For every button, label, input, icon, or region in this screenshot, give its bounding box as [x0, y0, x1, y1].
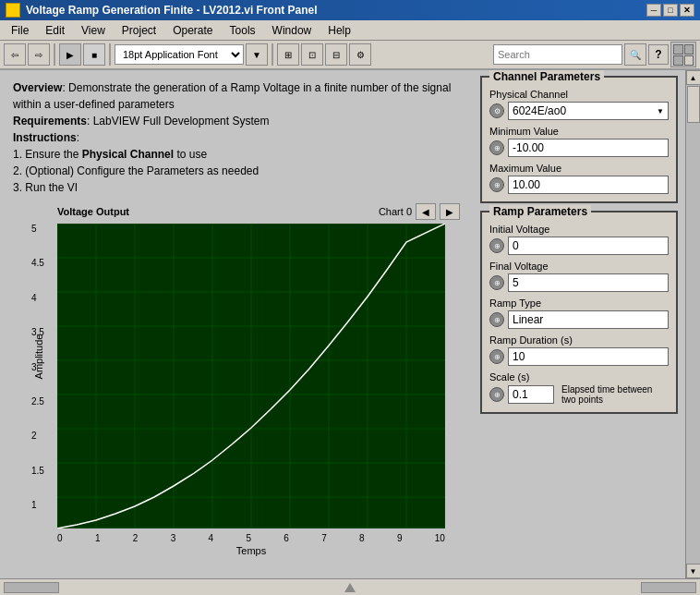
- left-panel: Overview: Demonstrate the generation of …: [0, 70, 473, 578]
- back-button[interactable]: ⇦: [4, 43, 26, 66]
- status-right: [641, 582, 696, 593]
- step3-text: 3. Run the VI: [13, 181, 78, 194]
- final-voltage-label: Final Voltage: [489, 261, 669, 272]
- y-tick-5: 5: [31, 224, 44, 234]
- x-tick-9: 9: [397, 533, 403, 543]
- physical-channel-input-row: ⚙ 6024E/ao0 ▼: [489, 102, 669, 120]
- menu-project[interactable]: Project: [115, 22, 163, 39]
- minimize-button[interactable]: ─: [646, 4, 661, 17]
- menu-file[interactable]: File: [4, 22, 36, 39]
- font-selector[interactable]: 18pt Application Font: [115, 44, 244, 65]
- x-tick-1: 1: [95, 533, 101, 543]
- min-value-label: Minimum Value: [489, 126, 669, 137]
- scroll-up-button[interactable]: ▲: [686, 70, 701, 85]
- scale-input[interactable]: [508, 385, 554, 404]
- chart-label: Chart 0: [379, 206, 412, 217]
- menu-tools[interactable]: Tools: [223, 22, 263, 39]
- tool3-button[interactable]: ⊟: [325, 43, 347, 66]
- grid-cell1: [673, 44, 683, 55]
- ramp-type-row: Ramp Type ⊕: [489, 298, 669, 329]
- physical-channel-icon: ⚙: [489, 103, 504, 118]
- x-tick-0: 0: [57, 533, 63, 543]
- right-panel: Channel Parameters Physical Channel ⚙ 60…: [473, 70, 685, 578]
- maximize-button[interactable]: □: [663, 4, 678, 17]
- grid-row1: [673, 44, 694, 55]
- ramp-params-title: Ramp Parameters: [489, 205, 591, 218]
- y-ticks: 5 4.5 4 3.5 3 2.5 2 1.5 1: [31, 224, 44, 510]
- grid-cell4: [684, 55, 694, 66]
- ramp-duration-row: Ramp Duration (s) ⊕: [489, 334, 669, 366]
- grid-row2: [673, 55, 694, 66]
- x-tick-10: 10: [435, 533, 445, 543]
- status-bar: [0, 578, 700, 595]
- scroll-track: [686, 85, 701, 564]
- y-tick-1: 1: [31, 500, 44, 510]
- menu-bar: File Edit View Project Operate Tools Win…: [0, 20, 700, 41]
- min-value-row: Minimum Value ⊕: [489, 126, 669, 157]
- ramp-type-input[interactable]: [508, 310, 669, 329]
- x-tick-4: 4: [209, 533, 214, 543]
- ramp-duration-input[interactable]: [508, 347, 669, 366]
- app-icon: [6, 3, 20, 18]
- tool2-button[interactable]: ⊡: [301, 43, 323, 66]
- initial-voltage-input[interactable]: [508, 237, 669, 255]
- scale-icon: ⊕: [489, 387, 504, 402]
- chart-controls: Chart 0 ◀ ▶: [379, 203, 460, 220]
- max-value-input-row: ⊕: [489, 176, 669, 194]
- x-ticks: 0 1 2 3 4 5 6 7 8 9 10: [57, 533, 445, 543]
- channel-params-group: Channel Parameters Physical Channel ⚙ 60…: [480, 76, 678, 203]
- chart-scroll-left[interactable]: ◀: [416, 203, 436, 220]
- chart-title: Voltage Output: [57, 206, 129, 217]
- menu-edit[interactable]: Edit: [38, 22, 72, 39]
- initial-voltage-icon: ⊕: [489, 238, 504, 253]
- physical-channel-dropdown[interactable]: 6024E/ao0 ▼: [508, 102, 669, 120]
- run-button[interactable]: ▶: [59, 43, 81, 66]
- menu-help[interactable]: Help: [320, 22, 358, 39]
- y-tick-4: 4: [31, 293, 44, 303]
- final-voltage-icon: ⊕: [489, 275, 504, 290]
- window-controls: ─ □ ✕: [646, 4, 694, 17]
- final-voltage-input-row: ⊕: [489, 273, 669, 292]
- close-button[interactable]: ✕: [680, 4, 694, 17]
- forward-button[interactable]: ⇨: [28, 43, 50, 66]
- step1-text: 1. Ensure the Physical Channel to use: [13, 148, 207, 161]
- right-scrollbar: ▲ ▼: [685, 70, 700, 578]
- font-down-button[interactable]: ▼: [246, 43, 268, 66]
- x-tick-2: 2: [133, 533, 139, 543]
- y-tick-35: 3.5: [31, 327, 44, 337]
- menu-window[interactable]: Window: [265, 22, 320, 39]
- x-tick-3: 3: [171, 533, 176, 543]
- help-button[interactable]: ?: [648, 44, 669, 65]
- x-axis-label: Temps: [57, 545, 445, 556]
- scroll-down-button[interactable]: ▼: [686, 564, 701, 578]
- stop-button[interactable]: ■: [83, 43, 105, 66]
- final-voltage-input[interactable]: [508, 273, 669, 292]
- scroll-thumb[interactable]: [687, 86, 700, 123]
- search-input[interactable]: [493, 44, 622, 65]
- min-value-input[interactable]: [508, 139, 669, 157]
- tool4-button[interactable]: ⚙: [349, 43, 371, 66]
- max-value-input[interactable]: [508, 176, 669, 194]
- ramp-duration-input-row: ⊕: [489, 347, 669, 366]
- tool1-button[interactable]: ⊞: [277, 43, 299, 66]
- max-value-row: Maximum Value ⊕: [489, 163, 669, 194]
- x-tick-6: 6: [284, 533, 289, 543]
- step1-bold: Physical Channel: [82, 148, 174, 161]
- y-tick-45: 4.5: [31, 258, 44, 268]
- ramp-params-group: Ramp Parameters Initial Voltage ⊕ Final …: [480, 211, 678, 414]
- y-tick-3: 3: [31, 362, 44, 372]
- toolbar-sep-2: [109, 43, 111, 66]
- menu-operate[interactable]: Operate: [165, 22, 220, 39]
- scale-label: Scale (s): [489, 371, 669, 382]
- chart-svg: [57, 224, 445, 528]
- requirements-label: Requirements: [13, 115, 87, 128]
- x-tick-7: 7: [321, 533, 327, 543]
- chart-scroll-right[interactable]: ▶: [440, 203, 460, 220]
- title-bar: Voltage Ramp Generation Finite - LV2012.…: [0, 0, 700, 20]
- step2-text: 2. (Optional) Configure the Parameters a…: [13, 164, 259, 177]
- search-button[interactable]: 🔍: [624, 43, 646, 66]
- menu-view[interactable]: View: [74, 22, 113, 39]
- scale-input-row: ⊕ Elapsed time between two points: [489, 384, 669, 405]
- x-tick-8: 8: [359, 533, 365, 543]
- x-tick-5: 5: [246, 533, 251, 543]
